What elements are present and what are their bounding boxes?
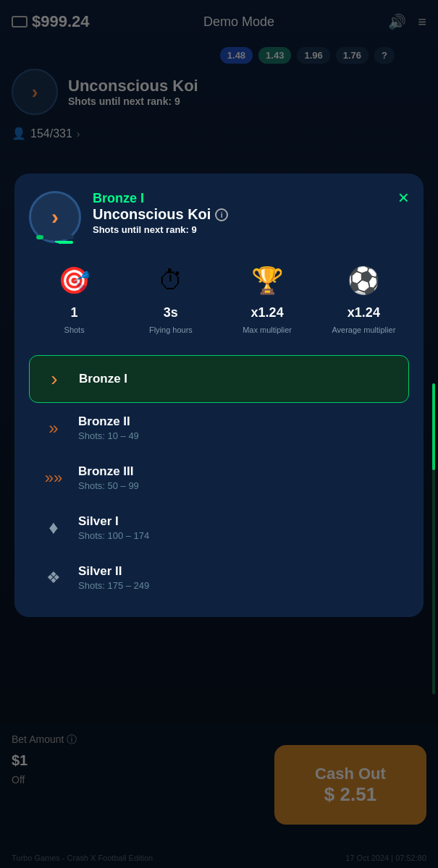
stat-flying: ⏱ 3s Flying hours xyxy=(125,260,216,335)
shots-icon: 🎯 xyxy=(54,260,95,301)
rank-label: Bronze I xyxy=(93,191,387,206)
rank-item-silver2[interactable]: ❖ Silver II Shots: 175 – 249 xyxy=(29,553,409,603)
modal-username: Unconscious Koi i xyxy=(93,206,387,223)
rank-item-bronze2[interactable]: » Bronze II Shots: 10 – 49 xyxy=(29,403,409,453)
info-icon[interactable]: i xyxy=(215,208,228,221)
bronze2-info: Bronze II Shots: 10 – 49 xyxy=(78,414,139,441)
bronze3-info: Bronze III Shots: 50 – 99 xyxy=(78,464,139,491)
rank-item-bronze3[interactable]: »» Bronze III Shots: 50 – 99 xyxy=(29,453,409,503)
silver1-icon: ♦ xyxy=(39,516,68,539)
modal-header: › Bronze I Unconscious Koi i Shots until… xyxy=(29,191,409,243)
bronze1-icon: › xyxy=(40,367,69,391)
silver1-info: Silver I Shots: 100 – 174 xyxy=(78,514,149,541)
silver2-info: Silver II Shots: 175 – 249 xyxy=(78,564,149,591)
rank-item-silver1[interactable]: ♦ Silver I Shots: 100 – 174 xyxy=(29,503,409,553)
bronze3-icon: »» xyxy=(39,469,68,488)
progress-arc xyxy=(36,235,74,239)
stat-flying-value: 3s xyxy=(164,305,178,320)
stat-max-mult-value: x1.24 xyxy=(251,305,284,320)
progress-arc-fill xyxy=(36,235,43,239)
modal-avatar: › xyxy=(29,191,81,243)
stats-grid: 🎯 1 Shots ⏱ 3s Flying hours 🏆 x1.24 Max … xyxy=(29,260,409,335)
stat-max-mult-label: Max multiplier xyxy=(243,325,292,335)
silver2-icon: ❖ xyxy=(39,569,68,587)
scroll-thumb xyxy=(432,383,435,470)
stat-shots-value: 1 xyxy=(71,305,78,320)
bronze1-info: Bronze I xyxy=(79,372,127,386)
stat-max-mult: 🏆 x1.24 Max multiplier xyxy=(222,260,313,335)
next-rank-text: Shots until next rank: 9 xyxy=(93,224,387,235)
stat-avg-mult: ⚽ x1.24 Average multiplier xyxy=(319,260,409,335)
flying-icon: ⏱ xyxy=(151,260,191,301)
scroll-indicator[interactable] xyxy=(432,383,435,694)
avg-mult-icon: ⚽ xyxy=(343,260,384,301)
stat-shots: 🎯 1 Shots xyxy=(29,260,119,335)
rank-modal: › Bronze I Unconscious Koi i Shots until… xyxy=(14,174,424,617)
stat-avg-mult-label: Average multiplier xyxy=(332,325,395,335)
modal-title-area: Bronze I Unconscious Koi i Shots until n… xyxy=(93,191,387,235)
stat-flying-label: Flying hours xyxy=(149,325,193,335)
rank-item-bronze1[interactable]: › Bronze I xyxy=(29,355,409,403)
max-mult-icon: 🏆 xyxy=(247,260,287,301)
rank-list: › Bronze I » Bronze II Shots: 10 – 49 »»… xyxy=(29,355,409,603)
stat-shots-label: Shots xyxy=(64,325,85,335)
stat-avg-mult-value: x1.24 xyxy=(348,305,380,320)
close-button[interactable]: × xyxy=(398,188,409,207)
bronze2-icon: » xyxy=(39,418,68,438)
